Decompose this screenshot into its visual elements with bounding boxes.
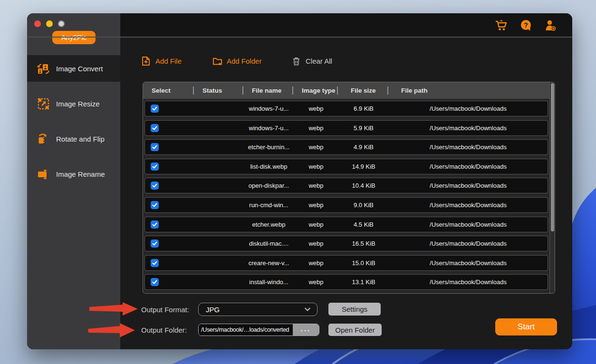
row-checkbox[interactable]	[151, 182, 159, 190]
file-path-cell: /Users/macbook/Downloads	[389, 201, 548, 209]
help-icon[interactable]: ?	[519, 19, 532, 32]
image-type-cell: webp	[294, 182, 338, 189]
file-name-cell: list-disk.webp	[244, 163, 294, 170]
image-type-cell: webp	[294, 163, 338, 170]
image-type-cell: webp	[294, 125, 338, 132]
file-name-cell: creare-new-v...	[244, 259, 294, 267]
image-type-cell: webp	[294, 105, 338, 112]
image-type-cell: webp	[294, 240, 338, 247]
select-cell	[145, 163, 194, 171]
svg-text:?: ?	[524, 21, 528, 29]
cart-icon[interactable]	[495, 19, 508, 32]
minimize-button[interactable]	[46, 20, 53, 27]
image-type-cell: webp	[294, 278, 338, 286]
output-format-label: Output Format:	[141, 306, 189, 314]
file-size-cell: 5.9 KiB	[338, 125, 389, 132]
open-folder-button[interactable]: Open Folder	[328, 324, 382, 336]
check-icon	[152, 260, 157, 266]
output-folder-value[interactable]: /Users/macbook/…loads/converted	[199, 324, 293, 335]
check-icon	[152, 222, 157, 227]
check-icon	[152, 106, 157, 111]
image-type-cell: webp	[294, 221, 338, 228]
file-size-cell: 4.5 KiB	[338, 221, 389, 228]
rotate-flip-icon	[37, 133, 50, 145]
sidebar-item-image-rename[interactable]: Image Rename	[27, 161, 120, 187]
table-row[interactable]: windows-7-u... webp 5.9 KiB /Users/macbo…	[144, 120, 548, 136]
sidebar-item-label: Image Rename	[56, 170, 105, 178]
select-cell	[145, 182, 194, 190]
select-cell	[145, 220, 194, 229]
column-header-status: Status	[194, 82, 243, 99]
sidebar-item-rotate-and-flip[interactable]: Rotate and Flip	[27, 125, 120, 152]
row-checkbox[interactable]	[151, 143, 159, 151]
browse-folder-button[interactable]: ...	[293, 324, 319, 335]
row-checkbox[interactable]	[151, 239, 159, 248]
row-checkbox[interactable]	[151, 220, 159, 229]
app-logo-badge: Any2Pic	[52, 31, 96, 44]
sidebar: Any2Pic Image Convert	[27, 13, 120, 349]
file-path-cell: /Users/macbook/Downloads	[389, 221, 548, 228]
scrollbar-thumb[interactable]	[551, 83, 554, 231]
zoom-button[interactable]	[58, 20, 65, 27]
sidebar-item-image-convert[interactable]: Image Convert	[27, 55, 120, 82]
image-resize-icon	[37, 97, 50, 110]
file-path-cell: /Users/macbook/Downloads	[389, 278, 548, 286]
close-button[interactable]	[34, 20, 41, 27]
settings-button[interactable]: Settings	[328, 303, 381, 316]
image-rename-icon	[37, 168, 50, 181]
row-checkbox[interactable]	[151, 278, 159, 286]
add-folder-button[interactable]: Add Folder	[212, 53, 261, 68]
table-row[interactable]: list-disk.webp webp 14.9 KiB /Users/macb…	[144, 159, 548, 174]
table-row[interactable]: etcher.webp webp 4.5 KiB /Users/macbook/…	[144, 217, 548, 232]
file-name-cell: etcher.webp	[244, 221, 294, 228]
select-cell	[145, 201, 194, 209]
column-header-select: Select	[143, 82, 194, 99]
file-path-cell: /Users/macbook/Downloads	[389, 105, 548, 112]
sidebar-item-label: Image Resize	[56, 100, 100, 108]
file-path-cell: /Users/macbook/Downloads	[389, 163, 548, 170]
row-checkbox[interactable]	[151, 105, 159, 113]
table-row[interactable]: diskutil-mac.... webp 16.5 KiB /Users/ma…	[144, 236, 548, 251]
file-size-cell: 4.9 KiB	[338, 144, 389, 151]
row-checkbox[interactable]	[151, 259, 159, 267]
table-row[interactable]: creare-new-v... webp 15.0 KiB /Users/mac…	[144, 255, 548, 271]
file-name-cell: diskutil-mac....	[244, 240, 294, 247]
file-name-cell: windows-7-u...	[244, 125, 294, 132]
column-header-file-size: File size	[338, 82, 388, 99]
table-row[interactable]: open-diskpar... webp 10.4 KiB /Users/mac…	[144, 178, 548, 193]
add-user-icon[interactable]	[544, 19, 557, 32]
table-row[interactable]: run-cmd-win... webp 9.0 KiB /Users/macbo…	[144, 197, 548, 213]
chevron-down-icon	[304, 306, 311, 313]
select-cell	[145, 259, 194, 267]
trash-icon	[291, 56, 301, 66]
add-file-button[interactable]: Add File	[141, 53, 182, 68]
row-checkbox[interactable]	[151, 201, 159, 209]
row-checkbox[interactable]	[151, 163, 159, 171]
output-folder-field[interactable]: /Users/macbook/…loads/converted ...	[198, 324, 319, 336]
output-format-select[interactable]: JPG	[198, 303, 317, 316]
output-format-value: JPG	[206, 306, 220, 314]
sidebar-item-image-resize[interactable]: Image Resize	[27, 90, 120, 117]
start-button[interactable]: Start	[495, 318, 557, 335]
table-body: windows-7-u... webp 6.9 KiB /Users/macbo…	[143, 99, 549, 294]
file-path-cell: /Users/macbook/Downloads	[389, 259, 548, 267]
table-row[interactable]: windows-7-u... webp 6.9 KiB /Users/macbo…	[144, 101, 548, 116]
file-path-cell: /Users/macbook/Downloads	[389, 240, 548, 247]
image-convert-icon	[37, 62, 50, 75]
select-cell	[145, 278, 194, 286]
table-scrollbar[interactable]	[549, 82, 555, 293]
file-name-cell: etcher-burnin...	[244, 144, 294, 151]
clear-all-button[interactable]: Clear All	[291, 53, 332, 68]
column-header-file-path: File path	[388, 82, 549, 99]
row-checkbox[interactable]	[151, 124, 159, 132]
table-row[interactable]: install-windo... webp 13.1 KiB /Users/ma…	[144, 274, 548, 290]
select-cell	[145, 124, 194, 132]
desktop: Any2Pic Image Convert	[0, 0, 596, 364]
column-header-image-type: Image type	[293, 82, 338, 99]
check-icon	[152, 125, 157, 131]
file-path-cell: /Users/macbook/Downloads	[389, 125, 548, 132]
table-row[interactable]: etcher-burnin... webp 4.9 KiB /Users/mac…	[144, 139, 548, 155]
check-icon	[152, 183, 157, 188]
file-name-cell: open-diskpar...	[244, 182, 294, 189]
main-panel: ? Add File	[120, 13, 572, 349]
